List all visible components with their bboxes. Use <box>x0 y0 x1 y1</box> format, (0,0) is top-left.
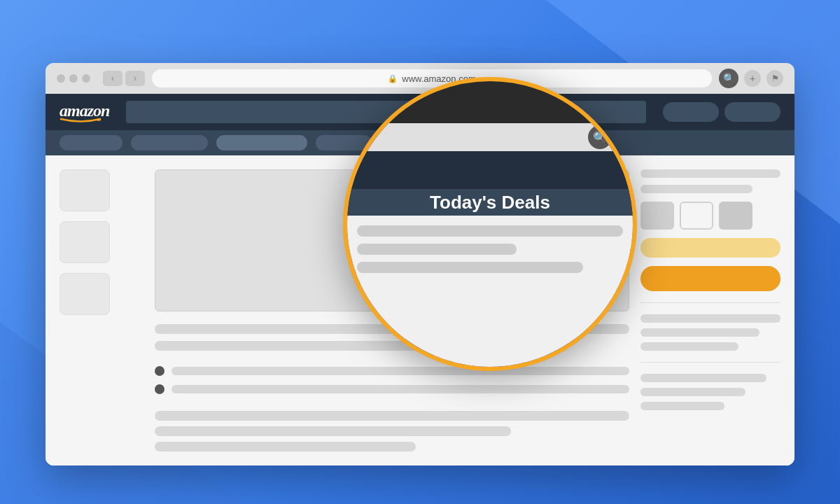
mag-address-bar: 🔍 <box>347 123 633 151</box>
divider-1 <box>640 302 780 303</box>
right-sidebar <box>640 169 780 451</box>
nav-pill-1[interactable] <box>663 102 719 122</box>
product-thumb-sm-3 <box>719 202 752 230</box>
mag-search-icon: 🔍 <box>588 125 612 149</box>
bullet-text-2 <box>172 385 629 393</box>
mag-line-3 <box>357 262 583 273</box>
nav-pills <box>663 102 780 122</box>
magnifier-overlay: 🔍 Today's Deals <box>343 77 637 371</box>
product-row-1 <box>640 202 780 230</box>
mag-amazon-nav <box>347 151 633 189</box>
magnifier-inner: 🔍 Today's Deals <box>347 81 633 367</box>
search-icon: 🔍 <box>723 73 735 84</box>
subnav-item-2[interactable] <box>131 135 208 150</box>
price-highlight <box>640 238 780 258</box>
bullet-dot-1 <box>155 366 164 376</box>
mag-content-below <box>347 216 633 367</box>
right-text-8 <box>640 402 724 410</box>
traffic-light-close[interactable] <box>57 74 65 83</box>
amazon-logo[interactable]: amazon <box>59 102 109 123</box>
search-magnifier-icon: 🔍 <box>593 131 607 144</box>
bottom-text-3 <box>155 442 416 451</box>
back-button[interactable]: ‹ <box>103 71 122 86</box>
right-text-4 <box>640 328 760 337</box>
mag-line-1 <box>357 225 623 237</box>
right-text-2 <box>640 185 752 193</box>
bullet-items <box>155 366 629 394</box>
product-thumb-sm-1 <box>640 202 674 230</box>
subnav-item-todays-deals[interactable] <box>216 135 307 150</box>
bottom-text-2 <box>155 426 511 436</box>
left-sidebar <box>59 169 144 451</box>
right-text-3 <box>640 314 780 323</box>
right-text-7 <box>640 388 746 396</box>
mag-line-2 <box>357 244 517 255</box>
sidebar-thumb-1[interactable] <box>59 169 110 211</box>
right-text-5 <box>640 342 738 351</box>
right-content-top <box>640 169 780 193</box>
plus-button[interactable]: + <box>744 70 761 87</box>
forward-button[interactable]: › <box>125 71 145 86</box>
bottom-text-1 <box>155 411 629 421</box>
browser-search-button[interactable]: 🔍 <box>719 69 738 88</box>
right-text-group-2 <box>640 374 780 410</box>
divider-2 <box>640 362 780 363</box>
nav-pill-2[interactable] <box>724 102 780 122</box>
bullet-item-1 <box>155 366 629 376</box>
bottom-text-lines <box>155 411 629 451</box>
bullet-item-2 <box>155 384 629 394</box>
product-thumb-sm-2 <box>680 202 713 230</box>
right-text-group <box>640 314 780 351</box>
bookmark-button[interactable]: ⚑ <box>766 70 783 87</box>
browser-actions: 🔍 + ⚑ <box>719 69 783 88</box>
amazon-smile-arrow <box>59 118 102 123</box>
todays-deals-label: Today's Deals <box>430 192 550 214</box>
traffic-light-minimize[interactable] <box>69 74 78 83</box>
bullet-text-1 <box>172 367 629 375</box>
traffic-light-maximize[interactable] <box>82 74 90 83</box>
sidebar-thumb-2[interactable] <box>59 221 110 263</box>
right-text-1 <box>640 169 780 178</box>
subnav-item-1[interactable] <box>59 135 122 150</box>
buy-button[interactable] <box>640 266 780 291</box>
mag-subnav: Today's Deals <box>347 189 633 216</box>
traffic-lights <box>57 74 90 83</box>
nav-buttons: ‹ › <box>103 71 145 86</box>
right-text-6 <box>640 374 766 382</box>
sidebar-thumb-3[interactable] <box>59 273 110 315</box>
bullet-dot-2 <box>155 384 164 394</box>
